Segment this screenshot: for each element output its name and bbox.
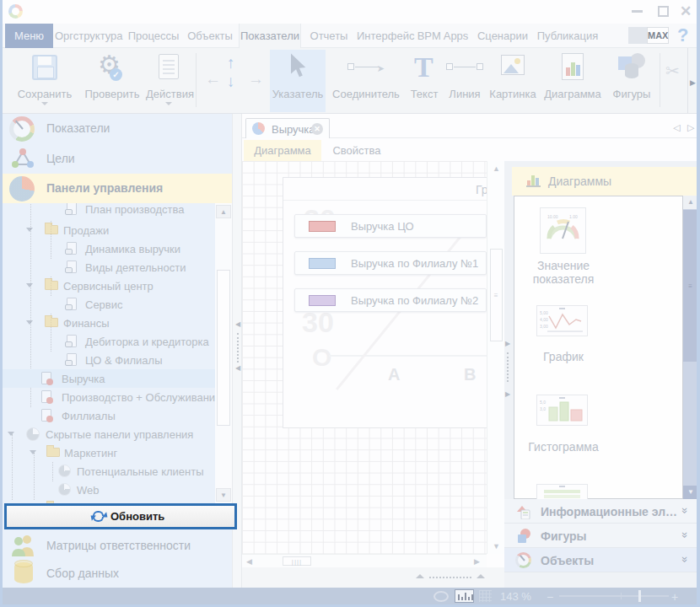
expand-arrow-icon[interactable] [26, 283, 33, 287]
collapse-left-icon[interactable]: ◀ [235, 320, 240, 328]
tab-reports[interactable]: Отчеты [306, 24, 352, 48]
palette-header-diagrams[interactable]: Диаграммы [512, 167, 699, 196]
connector-tool-button[interactable]: ➤ Соединитель [331, 48, 401, 113]
zoom-slider-handle[interactable] [638, 590, 641, 602]
sidebar-section-indicators[interactable]: Показатели [3, 114, 232, 143]
sidebar-section-goals[interactable]: Цели [3, 144, 232, 174]
line-tool-button[interactable]: Линия [446, 48, 483, 113]
canvas-hscrollbar[interactable]: ◀ |||| ▶ [242, 554, 487, 567]
scroll-down-icon[interactable]: ▼ [216, 488, 231, 502]
scroll-down-icon[interactable]: ▼ [683, 486, 698, 499]
tab-scroll-left-icon[interactable]: ◁ [673, 122, 680, 133]
tab-processes[interactable]: Процессы [127, 24, 180, 48]
scroll-left-icon[interactable]: ◀ [246, 557, 252, 566]
line-chart-thumbnail[interactable]: 5,00 4,00 3,00 [536, 305, 588, 336]
shapes-tool-button[interactable]: Фигуры [606, 48, 657, 113]
scroll-up-icon[interactable]: ▲ [683, 196, 698, 209]
help-icon[interactable]: ? [677, 24, 688, 46]
maximize-button[interactable] [658, 6, 669, 17]
tab-bpm-apps[interactable]: BPM Apps [416, 24, 470, 48]
tree-item[interactable]: Филлиалы [3, 406, 215, 425]
tree-item[interactable]: ЦО & Филиалы [3, 351, 215, 369]
expand-arrow-icon[interactable] [26, 228, 33, 232]
nav-down-arrow-icon[interactable]: ↓ [227, 73, 235, 91]
tree-item-selected[interactable]: Выручка [3, 369, 215, 388]
grid-status-icon[interactable] [479, 590, 492, 602]
diagram-tool-button[interactable]: Диаграмма [542, 48, 603, 113]
zoom-out-icon[interactable]: − [547, 590, 553, 604]
sidebar-section-dashboards[interactable]: Панели управления [3, 174, 232, 203]
cut-icon[interactable]: ✂ [665, 61, 680, 81]
expand-section-icon[interactable]: » [679, 556, 692, 562]
nav-up-arrow-icon[interactable]: ↑ [227, 54, 235, 73]
scroll-down-icon[interactable]: ▼ [493, 542, 500, 551]
expand-arrow-icon[interactable] [8, 432, 14, 436]
tree-item[interactable]: Динамика выручки [3, 239, 215, 258]
minimize-button[interactable] [632, 10, 643, 13]
legend-item[interactable]: Выручка по Филиалу №1 [294, 251, 487, 275]
splitter-up-icon[interactable] [477, 574, 485, 578]
expand-section-icon[interactable]: » [679, 532, 692, 538]
nav-left-arrow-icon[interactable]: ← [205, 70, 221, 89]
zoom-slider-track[interactable] [559, 595, 669, 597]
tree-item[interactable]: Сервис [3, 295, 215, 314]
actions-dropdown-caret[interactable] [165, 102, 172, 105]
expand-arrow-icon[interactable] [30, 450, 36, 454]
document-tab-revenue[interactable]: Выручка ✕ [245, 118, 330, 138]
gauge-thumbnail[interactable]: 10.00 1.00 [540, 207, 586, 254]
tree-item[interactable]: Потенциальные клиенты [3, 462, 215, 481]
tree-item[interactable]: Дебиторка и кредиторка [3, 332, 215, 351]
picture-tool-button[interactable]: Картинка [487, 48, 539, 113]
close-button[interactable]: ✕ [680, 3, 692, 20]
canvas-vscrollbar[interactable]: ▲ ≡ ▼ [487, 161, 504, 554]
tab-scenarios[interactable]: Сценарии [475, 24, 530, 48]
ruler-status-icon[interactable] [455, 589, 474, 603]
tab-close-icon[interactable]: ✕ [311, 123, 323, 135]
bar-chart-thumbnail[interactable]: 5,0 3,0 [536, 395, 588, 426]
tree-item[interactable]: План производства [3, 203, 215, 218]
save-dropdown-caret[interactable] [41, 102, 48, 105]
max-toggle[interactable]: MAX [628, 27, 669, 44]
scroll-right-icon[interactable]: ▶ [474, 557, 480, 566]
palette-section-shapes[interactable]: Фигуры » [504, 524, 699, 548]
legend-item[interactable]: Выручка по Филиалу №2 [294, 288, 487, 312]
tree-item[interactable]: Производство + Обслуживание [3, 388, 215, 406]
refresh-button[interactable]: Обновить [4, 503, 237, 529]
tab-interface[interactable]: Интерфейс [357, 24, 411, 48]
toolbar-more-button[interactable]: ▶ [687, 48, 697, 113]
expand-arrow-icon[interactable] [26, 320, 33, 325]
subtab-diagram[interactable]: Диаграмма [244, 140, 321, 161]
legend-item[interactable]: Выручка ЦО [294, 214, 487, 238]
tree-scrollbar[interactable]: ▲ ▼ [215, 203, 232, 503]
vscroll-thumb[interactable]: ≡ [490, 249, 503, 341]
palette-section-info-elements[interactable]: Информационные элементы » [504, 499, 699, 524]
tab-indicators[interactable]: Показатели [239, 24, 301, 49]
collapse-left-icon[interactable]: ◀ [235, 364, 240, 372]
pointer-tool-button[interactable]: Указатель [270, 48, 326, 113]
palette-section-objects[interactable]: Объекты » [504, 548, 699, 572]
ellipse-status-icon[interactable] [433, 591, 449, 602]
actions-button[interactable]: Действия [146, 48, 191, 113]
sidebar-section-data-collection[interactable]: Сбор данных [3, 559, 232, 587]
check-button[interactable]: ⚙✓ Проверить [80, 48, 144, 113]
palette-scrollbar[interactable]: ▲ ≡ ▼ [683, 196, 698, 499]
diagram-canvas[interactable]: График 30 30 O A B Выручка ЦО Выручка по… [242, 161, 487, 554]
tab-publication[interactable]: Публикация [536, 24, 600, 48]
tree-item[interactable]: Виды деятельности [3, 258, 215, 277]
collapse-right-icon[interactable]: ▶ [505, 340, 510, 347]
tree-item[interactable]: Финансы [3, 314, 215, 332]
tab-menu[interactable]: Меню [5, 24, 53, 48]
splitter-up-icon[interactable] [416, 574, 424, 578]
text-tool-button[interactable]: T Текст [406, 48, 443, 113]
tab-scroll-right-icon[interactable]: ▷ [687, 122, 694, 133]
sidebar-section-matrices[interactable]: Матрицы ответственности [3, 531, 232, 559]
palette-scroll-thumb[interactable]: ≡ [683, 210, 698, 362]
tree-item[interactable]: Продажи [3, 221, 215, 239]
subtab-properties[interactable]: Свойства [330, 140, 384, 161]
tree-item[interactable]: Web [3, 481, 215, 499]
tab-orgstructure[interactable]: Оргструктура [55, 24, 122, 48]
table-thumbnail[interactable] [536, 484, 588, 500]
save-button[interactable]: Сохранить [11, 48, 78, 113]
expand-section-icon[interactable]: » [679, 508, 692, 513]
tree-scrollbar-thumb[interactable] [217, 270, 230, 426]
